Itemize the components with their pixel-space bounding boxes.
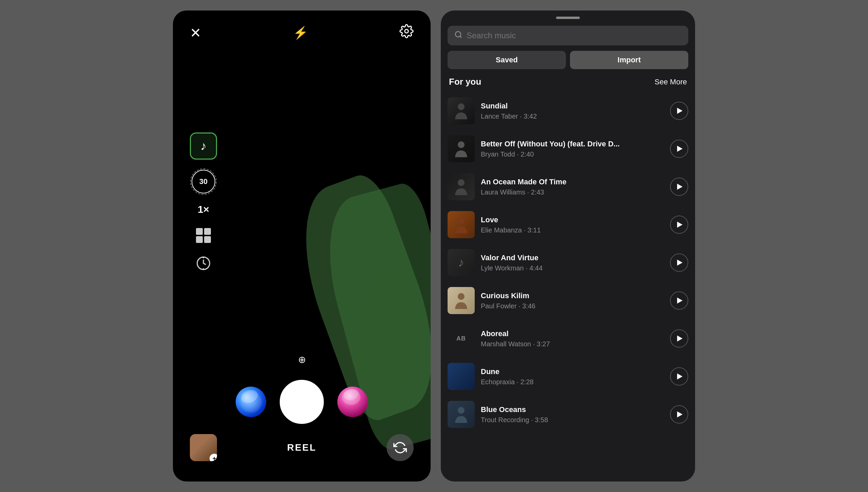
play-button[interactable] [670,291,688,310]
track-item[interactable]: An Ocean Made Of Time Laura Williams · 2… [441,168,695,206]
track-title: Love [481,216,664,224]
track-title: Better Off (Without You) (feat. Drive D.… [481,140,664,148]
track-meta: Paul Fowler · 3:46 [481,302,664,310]
camera-panel: ✕ ⚡ ♪ 30 1× [173,11,431,481]
play-icon [677,184,683,190]
reel-label: REEL [287,442,317,453]
track-meta: Lance Taber · 3:42 [481,112,664,120]
music-panel: Saved Import For you See More Sundial La… [441,11,695,481]
play-icon [677,222,683,228]
track-item[interactable]: ♪ Valor And Virtue Lyle Workman · 4:44 [441,244,695,282]
drag-handle [556,17,580,19]
clock-button[interactable] [196,256,211,274]
track-title: Blue Oceans [481,405,664,414]
svg-point-8 [458,179,465,186]
track-item[interactable]: Blue Oceans Trout Recording · 3:58 [441,395,695,433]
track-art [448,135,475,162]
track-item[interactable]: AB Aboreal Marshall Watson · 3:27 [441,320,695,357]
grid-icon [196,228,211,243]
flip-camera-button[interactable] [387,434,414,461]
music-note-icon: ♪ [200,139,206,153]
search-input[interactable] [467,31,682,40]
play-icon [677,298,683,304]
play-button[interactable] [670,253,688,272]
effect-blue-button[interactable] [236,387,266,417]
track-title: Dune [481,367,664,376]
play-icon [677,373,683,380]
track-info: Better Off (Without You) (feat. Drive D.… [481,140,664,158]
effect-pink-button[interactable] [337,387,368,417]
tab-saved[interactable]: Saved [448,51,566,69]
track-art [448,173,475,200]
section-title: For you [449,77,481,87]
close-icon[interactable]: ✕ [190,25,201,41]
track-info: Aboreal Marshall Watson · 3:27 [481,329,664,348]
svg-point-6 [458,103,465,110]
play-button[interactable] [670,367,688,386]
see-more-button[interactable]: See More [655,78,687,86]
svg-line-5 [460,36,461,38]
play-button[interactable] [670,178,688,196]
track-art [448,211,475,238]
play-button[interactable] [670,405,688,424]
track-meta: Lyle Workman · 4:44 [481,264,664,272]
camera-footer: + REEL [173,434,431,461]
svg-point-7 [458,141,465,148]
track-title: Aboreal [481,329,664,338]
track-info: Curious Kilim Paul Fowler · 3:46 [481,291,664,310]
track-title: An Ocean Made Of Time [481,178,664,186]
play-icon [677,260,683,266]
play-button[interactable] [670,140,688,158]
track-art [448,287,475,314]
track-info: An Ocean Made Of Time Laura Williams · 2… [481,178,664,196]
track-meta: Elie Mabanza · 3:11 [481,226,664,234]
svg-point-11 [458,407,465,414]
svg-point-10 [458,293,465,300]
track-info: Valor And Virtue Lyle Workman · 4:44 [481,253,664,272]
tabs: Saved Import [441,51,695,75]
track-info: Love Elie Mabanza · 3:11 [481,216,664,234]
timer-dots [190,168,217,195]
play-button[interactable] [670,329,688,348]
track-title: Sundial [481,102,664,110]
track-art [448,401,475,428]
track-title: Valor And Virtue [481,253,664,262]
track-item[interactable]: Dune Echopraxia · 2:28 [441,357,695,395]
svg-point-9 [458,217,465,224]
shutter-button[interactable] [280,380,324,424]
track-art: AB [448,325,475,352]
svg-point-4 [455,32,461,37]
move-icon[interactable]: ⊕ [292,349,312,370]
play-icon [677,146,683,152]
tab-import[interactable]: Import [570,51,688,69]
play-icon [677,411,683,417]
track-title: Curious Kilim [481,291,664,300]
track-meta: Laura Williams · 2:43 [481,188,664,196]
timer-button[interactable]: 30 [192,170,215,193]
track-info: Sundial Lance Taber · 3:42 [481,102,664,120]
track-art [448,363,475,390]
zoom-button[interactable]: 1× [198,204,209,215]
grid-button[interactable] [193,225,214,246]
track-item[interactable]: Curious Kilim Paul Fowler · 3:46 [441,282,695,320]
track-info: Dune Echopraxia · 2:28 [481,367,664,386]
flash-icon[interactable]: ⚡ [293,26,308,40]
search-bar [448,26,688,45]
track-item[interactable]: Love Elie Mabanza · 3:11 [441,206,695,244]
track-art: ♪ [448,249,475,276]
section-header: For you See More [441,75,695,92]
track-item[interactable]: Sundial Lance Taber · 3:42 [441,92,695,130]
play-icon [677,108,683,114]
play-icon [677,335,683,342]
track-list: Sundial Lance Taber · 3:42 Better Off (W… [441,92,695,481]
track-info: Blue Oceans Trout Recording · 3:58 [481,405,664,424]
settings-icon[interactable] [399,24,414,41]
svg-point-0 [405,29,409,33]
track-item[interactable]: Better Off (Without You) (feat. Drive D.… [441,130,695,168]
play-button[interactable] [670,102,688,120]
search-icon [454,30,462,41]
play-button[interactable] [670,216,688,234]
track-meta: Trout Recording · 3:58 [481,416,664,424]
music-tool-button[interactable]: ♪ [190,132,217,160]
gallery-button[interactable]: + [190,434,217,461]
